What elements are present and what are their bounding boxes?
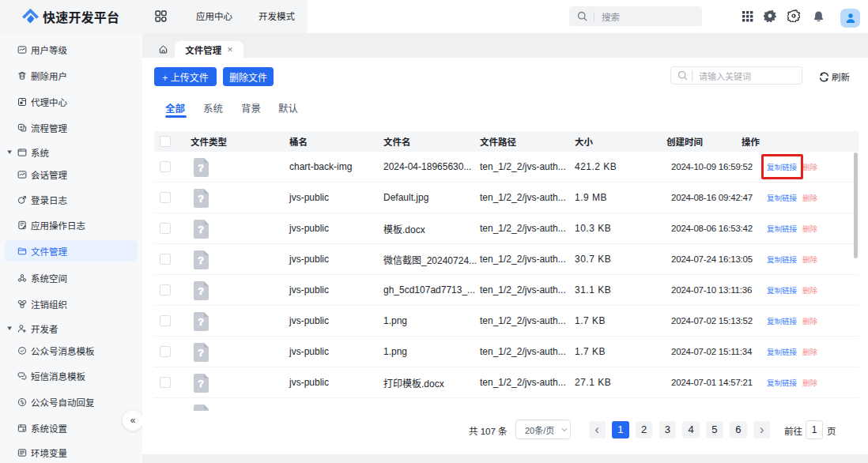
- svg-text:?: ?: [198, 348, 204, 359]
- svg-text:?: ?: [198, 317, 204, 328]
- svg-text:?: ?: [198, 378, 204, 390]
- svg-text:?: ?: [198, 409, 204, 411]
- svg-text:?: ?: [198, 255, 204, 266]
- svg-text:?: ?: [198, 163, 204, 174]
- svg-text:?: ?: [198, 286, 204, 297]
- svg-text:?: ?: [198, 224, 204, 235]
- svg-text:?: ?: [198, 194, 204, 205]
